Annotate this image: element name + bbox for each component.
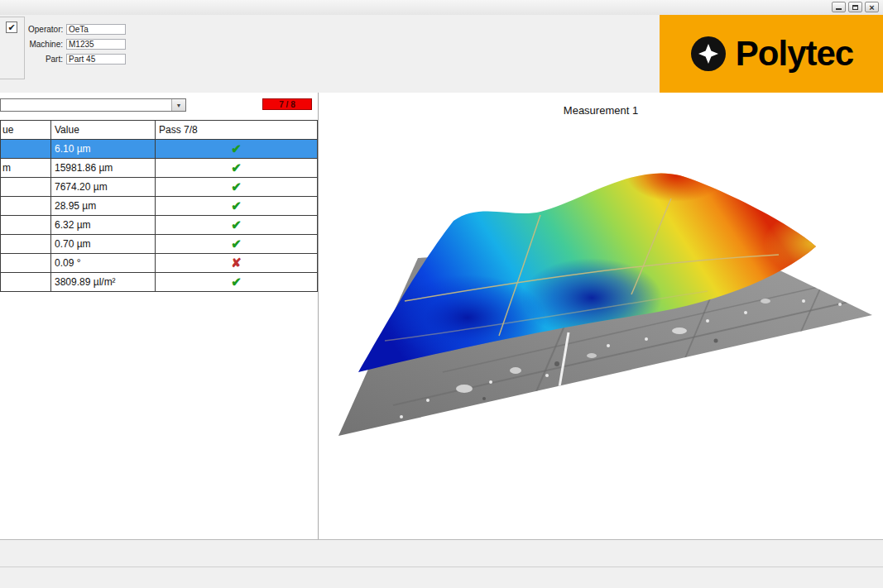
- status-bar: [0, 539, 883, 566]
- row-label-cell: [1, 235, 51, 254]
- header-checkbox[interactable]: ✔: [6, 22, 17, 33]
- results-panel: ▼ 7 / 8 ue Value Pass 7/8 6.10 µm ✔ m 15…: [0, 93, 318, 539]
- table-header-row: ue Value Pass 7/8: [1, 121, 318, 140]
- minimize-button[interactable]: [832, 2, 846, 12]
- title-bar: ×: [0, 0, 883, 15]
- dropdown-arrow-button[interactable]: ▼: [171, 99, 185, 111]
- logo-text: Polytec: [736, 34, 853, 74]
- measurement-dropdown[interactable]: ▼: [0, 98, 186, 112]
- row-label-cell: [1, 140, 51, 159]
- polytec-logo-icon: [689, 35, 727, 73]
- polytec-logo: Polytec: [660, 15, 883, 93]
- measurement-viewer: Measurement 1: [319, 93, 883, 539]
- maximize-button[interactable]: [848, 2, 862, 12]
- column-header-pass: Pass 7/8: [156, 121, 318, 140]
- row-pass-icon: ✔: [156, 235, 318, 254]
- row-value-cell: 7674.20 µm: [51, 178, 156, 197]
- operator-field[interactable]: [66, 24, 126, 35]
- operator-label: Operator:: [28, 25, 66, 34]
- surface-plot-3d[interactable]: [319, 93, 883, 539]
- table-row[interactable]: m 15981.86 µm ✔: [1, 159, 318, 178]
- row-pass-icon: ✔: [156, 273, 318, 292]
- table-row[interactable]: 6.32 µm ✔: [1, 216, 318, 235]
- column-header-value: Value: [51, 121, 156, 140]
- close-button[interactable]: ×: [865, 2, 879, 12]
- row-pass-icon: ✘: [156, 254, 318, 273]
- chevron-down-icon: ▼: [176, 103, 182, 108]
- maximize-icon: [852, 5, 858, 10]
- header-fields: Operator: Machine: Part:: [28, 22, 126, 66]
- row-label-cell: [1, 254, 51, 273]
- row-pass-icon: ✔: [156, 178, 318, 197]
- table-row[interactable]: 0.70 µm ✔: [1, 235, 318, 254]
- part-label: Part:: [28, 55, 66, 64]
- column-header-1: ue: [1, 121, 51, 140]
- row-value-cell: 6.32 µm: [51, 216, 156, 235]
- part-field[interactable]: [66, 54, 126, 65]
- viewer-title: Measurement 1: [319, 104, 883, 117]
- bottom-bar: [0, 566, 883, 588]
- row-label-cell: [1, 273, 51, 292]
- row-value-cell: 15981.86 µm: [51, 159, 156, 178]
- machine-label: Machine:: [28, 40, 66, 49]
- row-pass-icon: ✔: [156, 197, 318, 216]
- row-value-cell: 3809.89 µl/m²: [51, 273, 156, 292]
- table-row[interactable]: 7674.20 µm ✔: [1, 178, 318, 197]
- row-label-cell: [1, 178, 51, 197]
- machine-field[interactable]: [66, 39, 126, 50]
- main-content: ▼ 7 / 8 ue Value Pass 7/8 6.10 µm ✔ m 15…: [0, 93, 883, 539]
- row-label-cell: [1, 216, 51, 235]
- row-value-cell: 28.95 µm: [51, 197, 156, 216]
- row-value-cell: 0.70 µm: [51, 235, 156, 254]
- table-row[interactable]: 28.95 µm ✔: [1, 197, 318, 216]
- results-table-body: 6.10 µm ✔ m 15981.86 µm ✔ 7674.20 µm ✔ 2…: [1, 140, 318, 292]
- table-row[interactable]: 0.09 ° ✘: [1, 254, 318, 273]
- results-table: ue Value Pass 7/8 6.10 µm ✔ m 15981.86 µ…: [0, 120, 318, 292]
- app-window: × ✔ Operator: Machine: Part:: [0, 0, 883, 588]
- row-pass-icon: ✔: [156, 159, 318, 178]
- row-pass-icon: ✔: [156, 216, 318, 235]
- row-label-cell: m: [1, 159, 51, 178]
- row-label-cell: [1, 197, 51, 216]
- dropdown-value: [1, 99, 171, 111]
- table-row[interactable]: 3809.89 µl/m² ✔: [1, 273, 318, 292]
- pass-count-badge: 7 / 8: [262, 98, 312, 110]
- row-value-cell: 6.10 µm: [51, 140, 156, 159]
- table-row[interactable]: 6.10 µm ✔: [1, 140, 318, 159]
- header-panel: ✔ Operator: Machine: Part: Polytec: [0, 15, 883, 93]
- row-value-cell: 0.09 °: [51, 254, 156, 273]
- checkbox-check-icon: ✔: [7, 23, 15, 32]
- window-controls: ×: [832, 2, 879, 12]
- row-pass-icon: ✔: [156, 140, 318, 159]
- close-icon: ×: [869, 3, 874, 12]
- minimize-icon: [836, 8, 842, 10]
